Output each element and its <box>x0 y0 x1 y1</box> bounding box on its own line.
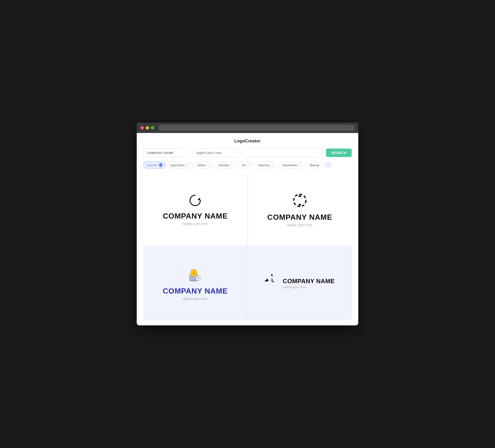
history-icon <box>265 274 279 289</box>
filter-chip-animals[interactable]: Animals <box>215 162 237 168</box>
logo4-text-area: COMPANY NAME tagline goes here <box>283 278 335 289</box>
filter-label-art: Art <box>242 163 246 167</box>
filter-label-beauty: Beauty <box>310 163 319 167</box>
logo-card-3[interactable]: $ COMPANY NAME tagline goes here <box>143 247 247 320</box>
check-icon-agriculture <box>186 163 190 167</box>
address-bar <box>159 125 355 131</box>
app-title: LogoCreator <box>143 139 352 144</box>
logo-card-4[interactable]: COMPANY NAME tagline goes here <box>248 247 352 320</box>
filter-label-abstract: Abstract <box>146 163 158 167</box>
sync-icon <box>292 192 308 210</box>
filter-bar: Abstract ✓ Agriculture Airline Animals A… <box>143 162 352 168</box>
filter-chip-abstract[interactable]: Abstract ✓ <box>143 162 166 168</box>
svg-marker-0 <box>197 197 200 200</box>
logo-card-2[interactable]: COMPANY NAME tagline goes here <box>248 173 352 246</box>
svg-marker-13 <box>266 278 269 281</box>
logo1-tagline: tagline goes here <box>183 222 208 226</box>
tagline-input[interactable] <box>193 148 240 157</box>
logo-grid: COMPANY NAME tagline goes here COMPANY N… <box>143 173 352 320</box>
logo1-company-name: COMPANY NAME <box>163 212 228 221</box>
filter-chip-attorney[interactable]: Attorney <box>255 162 277 168</box>
svg-rect-5 <box>191 280 197 281</box>
check-icon-art <box>247 163 250 167</box>
filter-chip-agriculture[interactable]: Agriculture <box>167 162 193 168</box>
filter-label-agriculture: Agriculture <box>170 163 185 167</box>
filter-label-attorney: Attorney <box>258 163 269 167</box>
extra-input[interactable] <box>242 148 324 157</box>
close-button[interactable] <box>140 126 144 129</box>
filter-label-animals: Animals <box>218 163 229 167</box>
check-icon-animals <box>230 163 234 167</box>
logo2-company-name: COMPANY NAME <box>267 213 332 222</box>
check-icon-automotive <box>298 163 302 167</box>
browser-window: LogoCreator SEARCH Abstract ✓ Agricultur… <box>137 123 358 325</box>
svg-point-16 <box>271 280 273 282</box>
browser-titlebar <box>137 123 358 133</box>
filter-chip-automotive[interactable]: Automotive <box>279 162 305 168</box>
logo2-tagline: tagline goes here <box>287 223 312 227</box>
app-content: LogoCreator SEARCH Abstract ✓ Agricultur… <box>137 133 358 325</box>
money-clock-icon: $ <box>186 266 205 283</box>
check-icon-attorney <box>271 163 274 167</box>
filter-next-button[interactable]: → <box>325 162 332 168</box>
minimize-button[interactable] <box>146 126 149 129</box>
check-icon-airline <box>207 163 211 167</box>
filter-label-automotive: Automotive <box>282 163 297 167</box>
company-name-input[interactable] <box>143 149 191 157</box>
filter-label-airline: Airline <box>197 163 206 167</box>
check-icon-abstract: ✓ <box>159 163 163 167</box>
maximize-button[interactable] <box>151 126 154 129</box>
logo3-tagline: tagline goes here <box>183 297 208 301</box>
filter-chip-airline[interactable]: Airline <box>194 162 214 168</box>
logo4-tagline: tagline goes here <box>283 285 306 289</box>
search-bar: SEARCH <box>143 148 352 157</box>
svg-point-12 <box>198 278 199 279</box>
refresh-icon <box>188 193 202 209</box>
svg-text:$: $ <box>193 271 195 275</box>
filter-chip-art[interactable]: Art <box>239 162 254 168</box>
logo3-company-name: COMPANY NAME <box>163 287 228 295</box>
search-button[interactable]: SEARCH <box>326 149 352 157</box>
logo4-company-name: COMPANY NAME <box>283 278 335 285</box>
logo-card-1[interactable]: COMPANY NAME tagline goes here <box>143 173 247 246</box>
filter-chip-beauty[interactable]: Beauty <box>307 162 322 168</box>
